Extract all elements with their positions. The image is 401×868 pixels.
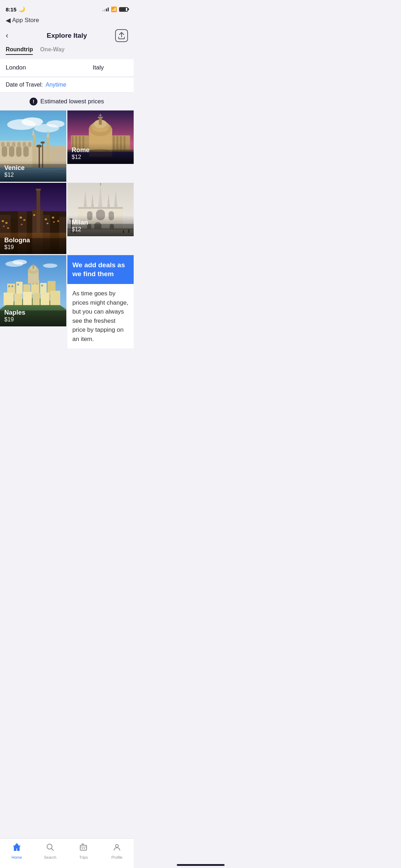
svg-rect-69	[3, 226, 5, 227]
share-button[interactable]	[114, 29, 128, 42]
svg-rect-115	[17, 284, 19, 285]
svg-rect-113	[8, 285, 10, 287]
svg-rect-79	[100, 183, 101, 186]
svg-rect-70	[7, 227, 9, 229]
page-title: Explore Italy	[47, 32, 87, 40]
svg-rect-9	[16, 146, 21, 157]
svg-rect-7	[2, 146, 7, 157]
svg-rect-108	[14, 294, 22, 305]
svg-rect-12	[6, 142, 10, 147]
svg-rect-114	[11, 285, 13, 287]
info-card-inner: We add deals as we find them	[67, 255, 134, 284]
search-fields-container	[0, 59, 134, 76]
milan-price: $12	[72, 226, 129, 233]
svg-point-23	[36, 145, 42, 148]
svg-rect-72	[47, 223, 48, 224]
date-label: Date of Travel:	[6, 82, 43, 88]
svg-rect-107	[4, 293, 14, 305]
bologna-price: $19	[4, 244, 62, 250]
signal-icon	[102, 7, 109, 11]
roundtrip-tab[interactable]: Roundtrip	[6, 46, 33, 55]
milan-card[interactable]: Milan $12	[67, 183, 134, 236]
wifi-icon: 📶	[111, 6, 117, 12]
svg-rect-73	[53, 221, 55, 223]
time-display: 8:15	[6, 6, 16, 12]
status-indicators: 📶	[102, 6, 128, 12]
svg-rect-111	[41, 293, 50, 305]
milan-name: Milan	[72, 219, 129, 226]
bologna-overlay: Bologna $19	[0, 233, 66, 254]
destination-field[interactable]	[87, 59, 134, 76]
svg-rect-16	[28, 142, 31, 147]
svg-rect-109	[23, 292, 32, 305]
status-time: 8:15 🌙	[6, 6, 25, 12]
origin-field[interactable]	[0, 59, 87, 76]
naples-card[interactable]: Naples $19	[0, 255, 66, 326]
svg-rect-14	[17, 142, 21, 147]
page-header: ‹ Explore Italy	[0, 26, 134, 46]
milan-overlay: Milan $12	[67, 215, 134, 236]
destination-grid: Venice $12	[0, 110, 134, 350]
info-card: We add deals as we find them As time goe…	[67, 255, 134, 348]
svg-rect-35	[99, 115, 102, 116]
rome-price: $12	[72, 154, 129, 160]
svg-rect-60	[36, 189, 41, 191]
svg-point-25	[41, 141, 45, 144]
rome-card[interactable]: Rome $12	[67, 110, 134, 164]
venice-price: $12	[4, 172, 62, 178]
info-card-title: We add deals as we find them	[72, 261, 129, 278]
svg-rect-112	[50, 291, 60, 305]
naples-price: $19	[4, 316, 62, 323]
svg-rect-118	[41, 285, 43, 286]
info-card-description: As time goes by prices might change, but…	[67, 284, 134, 348]
svg-point-4	[47, 120, 65, 128]
header-back-button[interactable]: ‹	[6, 31, 20, 40]
rome-name: Rome	[72, 146, 129, 154]
svg-rect-8	[9, 146, 14, 157]
bologna-name: Bologna	[4, 237, 62, 244]
svg-rect-61	[2, 220, 4, 222]
svg-point-124	[12, 260, 27, 265]
venice-name: Venice	[4, 164, 62, 172]
svg-point-125	[43, 264, 57, 268]
svg-rect-122	[32, 264, 34, 269]
svg-rect-67	[52, 217, 54, 218]
rome-overlay: Rome $12	[67, 143, 134, 164]
svg-rect-64	[23, 219, 25, 221]
svg-rect-65	[34, 214, 35, 216]
back-arrow-icon: ◀	[6, 16, 11, 24]
svg-rect-66	[45, 218, 47, 220]
svg-rect-13	[12, 142, 15, 147]
status-bar: 8:15 🌙 📶	[0, 0, 134, 16]
date-row[interactable]: Date of Travel: Anytime	[0, 77, 134, 92]
svg-rect-10	[23, 146, 29, 157]
venice-overlay: Venice $12	[0, 161, 66, 182]
estimated-prices-label: Estimated lowest prices	[40, 98, 104, 105]
app-store-label: App Store	[12, 17, 39, 24]
svg-rect-11	[1, 142, 5, 147]
bologna-card[interactable]: Bologna $19	[0, 183, 66, 254]
info-icon: !	[30, 98, 37, 105]
estimated-prices-section: ! Estimated lowest prices	[0, 93, 134, 110]
svg-rect-63	[20, 217, 22, 218]
venice-card[interactable]: Venice $12	[0, 110, 66, 182]
svg-rect-15	[22, 142, 26, 147]
trip-type-tabs: Roundtrip One-Way	[0, 46, 134, 59]
svg-rect-32	[99, 118, 102, 125]
naples-overlay: Naples $19	[0, 305, 66, 326]
svg-rect-102	[16, 282, 22, 294]
moon-icon: 🌙	[19, 6, 25, 12]
date-value[interactable]: Anytime	[46, 82, 66, 88]
svg-rect-110	[32, 293, 40, 305]
svg-rect-59	[37, 190, 40, 233]
svg-rect-84	[78, 207, 123, 209]
svg-rect-62	[5, 222, 7, 224]
svg-rect-71	[21, 224, 22, 225]
svg-rect-68	[57, 220, 59, 222]
app-store-back-nav[interactable]: ◀ App Store	[0, 16, 134, 26]
one-way-tab[interactable]: One-Way	[40, 46, 65, 55]
naples-name: Naples	[4, 309, 62, 316]
battery-icon	[119, 7, 128, 12]
share-icon[interactable]	[115, 29, 128, 42]
